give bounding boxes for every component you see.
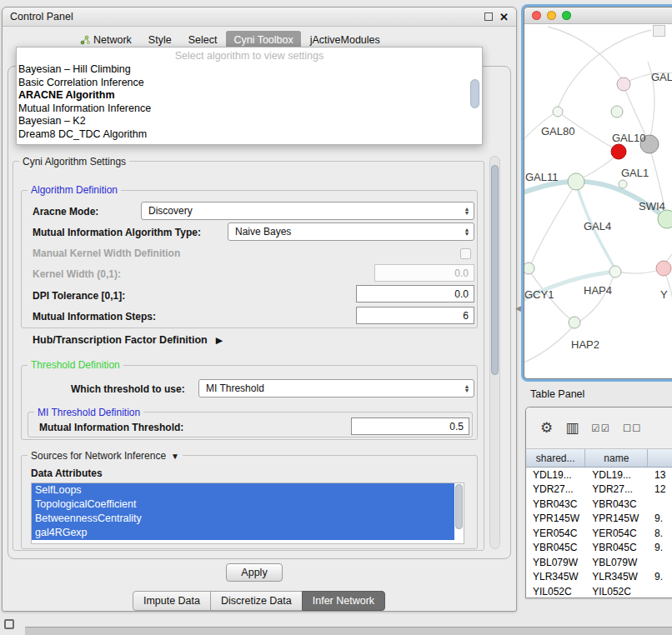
dpi-tolerance-input[interactable]	[356, 285, 474, 302]
scrollbar-corner	[653, 25, 665, 37]
table-row[interactable]: YIL052CYIL052C	[526, 584, 672, 598]
table-cell: 8.	[648, 528, 672, 539]
network-window-titlebar[interactable]	[524, 8, 672, 24]
window-title: Control Panel	[10, 11, 73, 22]
table-row[interactable]: YDR27...YDR27...12	[526, 482, 672, 498]
column-header[interactable]: name	[585, 449, 648, 467]
node-label: GCY1	[524, 288, 554, 301]
table-cell: YDR27...	[526, 483, 585, 495]
attribute-item[interactable]: TopologicalCoefficient	[32, 498, 454, 512]
table-cell: YPR145W	[526, 512, 585, 524]
dock-panel-icon[interactable]	[4, 619, 14, 629]
table-row[interactable]: YLR345WYLR345W9.	[526, 570, 672, 585]
settings-scrollbar[interactable]	[489, 156, 500, 549]
close-button[interactable]	[532, 11, 541, 20]
table-cell: 13	[648, 469, 672, 481]
table-cell: 12	[648, 483, 672, 495]
select-all-columns-icon[interactable]: ☑☑	[591, 422, 610, 434]
dpi-tolerance-label: DPI Tolerance [0,1]:	[33, 290, 125, 302]
table-row[interactable]: YBL079WYBL079W	[526, 555, 672, 570]
network-node[interactable]	[619, 180, 627, 188]
network-node[interactable]	[611, 106, 623, 118]
table-cell: YDR27...	[585, 483, 648, 495]
attribute-item[interactable]: SelfLoops	[32, 483, 454, 498]
data-attributes-list[interactable]: SelfLoopsTopologicalCoefficientBetweenne…	[31, 482, 464, 544]
node-label: GAL	[651, 71, 672, 83]
network-node[interactable]	[568, 173, 584, 190]
table-cell: YLR345W	[585, 571, 648, 582]
table-cell: YBL079W	[585, 557, 648, 568]
which-threshold-select[interactable]: MI Threshold ▲▼	[198, 379, 474, 398]
settings-scrollbar-thumb[interactable]	[491, 165, 499, 375]
gear-icon[interactable]: ⚙	[540, 421, 553, 435]
kernel-width-label: Kernel Width (0,1):	[33, 268, 121, 280]
dropdown-item[interactable]: Mutual Information Inference	[17, 102, 482, 116]
table-row[interactable]: YBR043CYBR043C	[526, 497, 672, 512]
network-node[interactable]	[658, 210, 672, 228]
table-row[interactable]: YPR145WYPR145W9.	[526, 512, 672, 527]
column-header[interactable]	[648, 449, 672, 467]
combo-stepper-icon: ▲▼	[460, 384, 474, 392]
dropdown-item[interactable]: Basic Correlation Inference	[17, 77, 482, 90]
mi-steps-label: Mutual Information Steps:	[33, 311, 156, 322]
mi-threshold-definition-title: MI Threshold Definition	[34, 407, 143, 418]
table-cell: YBR043C	[585, 498, 648, 510]
column-header[interactable]: shared...	[526, 449, 585, 467]
network-node[interactable]	[553, 107, 563, 117]
network-node[interactable]	[609, 266, 621, 278]
table-cell: YER054C	[526, 528, 585, 539]
network-node[interactable]	[569, 317, 580, 328]
table-cell: YBR045C	[585, 542, 648, 553]
apply-button[interactable]: Apply	[226, 563, 283, 582]
node-label: GAL80	[541, 125, 574, 138]
bottom-tab-impute-data[interactable]: Impute Data	[133, 591, 211, 611]
table-row[interactable]: YER054CYER054C8.	[526, 526, 672, 541]
threshold-definition-title: Threshold Definition	[28, 359, 123, 371]
network-node[interactable]	[524, 262, 534, 274]
splitter-collapse-arrow[interactable]: ◀	[515, 304, 521, 312]
dropdown-scrollbar-thumb[interactable]	[470, 79, 479, 108]
table-panel-window: ⚙ ▥ ☑☑ ☐☐ shared...name YDL19...YDL19...…	[525, 407, 672, 598]
deselect-all-columns-icon[interactable]: ☐☐	[623, 422, 642, 434]
tab-label: Style	[148, 34, 172, 46]
mi-algorithm-type-select[interactable]: Naive Bayes ▲▼	[228, 222, 474, 241]
desktop: Control Panel ✕ NetworkStyleSelectCyni T…	[0, 0, 672, 635]
table-row[interactable]: YDL19...YDL19...13	[526, 468, 672, 482]
zoom-button[interactable]	[562, 11, 571, 20]
sources-title-toggle[interactable]: Sources for Network Inference▼	[28, 450, 183, 462]
node-label: GAL11	[525, 171, 559, 183]
table-row[interactable]: YBR045CYBR045C9.	[526, 541, 672, 556]
aracne-mode-label: Aracne Mode:	[33, 206, 98, 218]
network-canvas[interactable]: GALGAL80GAL10GAL11GAL1SWI4GAL4GCY1HAP4YH…	[524, 25, 672, 378]
network-node[interactable]	[611, 144, 626, 159]
bottom-tab-infer-network[interactable]: Infer Network	[302, 591, 385, 611]
kernel-width-input[interactable]	[374, 264, 474, 282]
network-node[interactable]	[617, 78, 630, 91]
node-label: GAL10	[612, 132, 645, 144]
table-cell: YLR345W	[526, 571, 585, 582]
table-cell: 9.	[648, 542, 672, 553]
list-scrollbar-thumb[interactable]	[455, 484, 463, 529]
aracne-mode-select[interactable]: Discovery ▲▼	[141, 202, 474, 220]
mi-threshold-input[interactable]	[351, 418, 469, 435]
mi-steps-input[interactable]	[356, 307, 474, 324]
dropdown-item[interactable]: Bayesian – K2	[17, 115, 482, 128]
columns-icon[interactable]: ▥	[565, 421, 579, 435]
attribute-item[interactable]: BetweennessCentrality	[32, 512, 454, 526]
hub-transcription-factor-toggle[interactable]: Hub/Transcription Factor Definition ▶	[33, 334, 223, 346]
minimize-button[interactable]	[547, 11, 556, 20]
network-node[interactable]	[656, 261, 671, 276]
attribute-item[interactable]: gal4RGexp	[32, 526, 454, 540]
control-panel-titlebar[interactable]: Control Panel ✕	[3, 8, 516, 27]
float-window-icon[interactable]	[484, 12, 493, 21]
bottom-panel-edge	[25, 627, 672, 635]
network-svg: GALGAL80GAL10GAL11GAL1SWI4GAL4GCY1HAP4YH…	[524, 25, 672, 378]
dropdown-item[interactable]: ARACNE Algorithm	[17, 89, 482, 102]
dropdown-item[interactable]: Bayesian – Hill Climbing	[17, 63, 482, 77]
close-icon[interactable]: ✕	[499, 12, 509, 22]
manual-kernel-width-label: Manual Kernel Width Definition	[33, 248, 180, 259]
dropdown-item[interactable]: Dream8 DC_TDC Algorithm	[17, 128, 482, 142]
bottom-tab-discretize-data[interactable]: Discretize Data	[210, 591, 303, 611]
manual-kernel-width-checkbox[interactable]	[460, 248, 471, 259]
aracne-mode-value: Discovery	[142, 205, 460, 217]
